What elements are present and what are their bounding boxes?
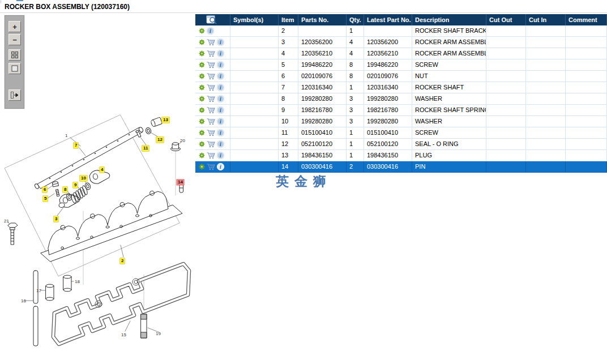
table-row-item-3[interactable]: i 3 120356200 4 120356200 ROCKER ARM ASS… bbox=[195, 37, 607, 48]
column-header-cut-in[interactable]: Cut In bbox=[526, 14, 566, 25]
cut-out-cell bbox=[486, 82, 526, 93]
diagram-callout-3[interactable]: 3 bbox=[54, 216, 58, 222]
gear-icon[interactable] bbox=[199, 141, 205, 147]
panel-arrow-icon bbox=[11, 92, 19, 99]
add-to-cart-icon[interactable] bbox=[207, 73, 215, 80]
column-header-item[interactable]: Item bbox=[279, 14, 298, 25]
add-to-cart-icon[interactable] bbox=[207, 107, 215, 114]
gear-icon[interactable] bbox=[199, 73, 205, 79]
diagram-callout-5[interactable]: 5 bbox=[43, 196, 48, 202]
symbols-cell bbox=[230, 161, 279, 173]
gear-icon[interactable] bbox=[199, 164, 205, 170]
info-icon[interactable]: i bbox=[217, 140, 224, 148]
exploded-view-drawing bbox=[0, 110, 195, 364]
gear-icon[interactable] bbox=[199, 96, 205, 102]
table-row-item-7[interactable]: i 7 120316340 1 120316340 ROCKER SHAFT bbox=[195, 82, 607, 93]
diagram-callout-1[interactable]: 1 bbox=[65, 133, 67, 139]
cut-in-cell bbox=[526, 127, 566, 139]
diagram-callout-10[interactable]: 10 bbox=[80, 175, 87, 181]
add-to-cart-icon[interactable] bbox=[207, 84, 215, 91]
item-cell: 3 bbox=[279, 37, 298, 48]
add-to-cart-icon[interactable] bbox=[207, 62, 215, 68]
info-icon[interactable]: i bbox=[217, 163, 224, 170]
diagram-callout-4[interactable]: 4 bbox=[100, 167, 104, 173]
diagram-callout-14[interactable]: 14 bbox=[177, 179, 184, 185]
diagram-callout-11[interactable]: 11 bbox=[142, 145, 149, 151]
table-row-item-12[interactable]: i 12 052100120 1 052100120 SEAL - O RING bbox=[195, 139, 607, 150]
column-header-parts-no[interactable]: Parts No. bbox=[298, 14, 347, 25]
info-icon[interactable]: i bbox=[217, 72, 224, 80]
table-row-item-5[interactable]: i 5 199486220 8 199486220 SCREW bbox=[195, 59, 607, 71]
add-to-cart-icon[interactable] bbox=[207, 50, 215, 57]
column-header-latest-part-no[interactable]: Latest Part No. bbox=[364, 14, 412, 25]
diagram-callout-16[interactable]: 16 bbox=[21, 298, 26, 304]
diagram-callout-2[interactable]: 2 bbox=[120, 258, 125, 264]
table-row-item-10[interactable]: i 10 199280280 3 199280280 WASHER bbox=[195, 116, 607, 127]
gear-icon[interactable] bbox=[199, 84, 205, 91]
gear-icon[interactable] bbox=[199, 107, 205, 113]
gear-icon[interactable] bbox=[199, 118, 205, 125]
add-to-cart-icon[interactable] bbox=[207, 164, 215, 170]
zoom-in-button[interactable]: + bbox=[8, 21, 21, 32]
diagram-callout-7[interactable]: 7 bbox=[74, 143, 78, 148]
diagram-callout-20[interactable]: 20 bbox=[180, 138, 185, 144]
gear-icon[interactable] bbox=[199, 39, 205, 45]
diagram-callout-12[interactable]: 12 bbox=[156, 137, 164, 143]
qty-cell: 3 bbox=[347, 116, 364, 127]
diagram-callout-18[interactable]: 18 bbox=[75, 279, 80, 285]
diagram-callout-13[interactable]: 13 bbox=[162, 117, 169, 123]
table-row-item-4[interactable]: i 4 120356210 4 120356210 ROCKER ARM ASS… bbox=[195, 48, 607, 59]
info-icon[interactable]: i bbox=[217, 129, 224, 136]
column-header-comment[interactable]: Comment bbox=[566, 14, 607, 25]
column-header-tools[interactable] bbox=[195, 14, 230, 25]
add-to-cart-icon[interactable] bbox=[207, 118, 215, 125]
column-header-description[interactable]: Description bbox=[412, 14, 486, 25]
column-header-cut-out[interactable]: Cut Out bbox=[486, 14, 526, 25]
add-to-cart-icon[interactable] bbox=[207, 96, 215, 102]
column-header-qty[interactable]: Qty. bbox=[347, 14, 364, 25]
add-to-cart-icon[interactable] bbox=[207, 152, 215, 159]
diagram-callout-19[interactable]: 19 bbox=[156, 331, 161, 337]
table-row-item-6[interactable]: i 6 020109076 8 020109076 NUT bbox=[195, 71, 607, 82]
diagram-callout-17[interactable]: 17 bbox=[36, 288, 41, 294]
add-to-cart-icon[interactable] bbox=[207, 130, 215, 136]
diagram-callout-9[interactable]: 9 bbox=[73, 182, 78, 188]
info-icon[interactable]: i bbox=[217, 106, 224, 114]
column-header-symbols[interactable]: Symbol(s) bbox=[230, 14, 279, 25]
diagram-callout-15[interactable]: 15 bbox=[121, 332, 126, 338]
toggle-panel-button[interactable] bbox=[8, 89, 21, 101]
info-icon[interactable]: i bbox=[217, 118, 224, 125]
diagram-canvas[interactable]: 171312112041098653142121817161519 bbox=[0, 110, 195, 364]
cut-in-cell bbox=[526, 48, 566, 59]
add-to-cart-icon[interactable] bbox=[207, 39, 215, 46]
table-row-item-14[interactable]: i 14 030300416 2 030300416 PIN bbox=[195, 161, 607, 173]
add-to-cart-icon[interactable] bbox=[207, 141, 215, 148]
table-row-item-2[interactable]: i 2 1 ROCKER SHAFT BRACKET bbox=[195, 25, 607, 37]
zoom-fit-button[interactable] bbox=[8, 63, 21, 74]
gear-icon[interactable] bbox=[199, 28, 205, 34]
zoom-window-button[interactable] bbox=[8, 49, 21, 61]
diagram-callout-6[interactable]: 6 bbox=[42, 187, 47, 192]
info-icon[interactable]: i bbox=[217, 61, 224, 68]
table-row-item-8[interactable]: i 8 199280280 3 199280280 WASHER bbox=[195, 93, 607, 105]
description-cell: PLUG bbox=[412, 150, 486, 161]
diagram-callout-21[interactable]: 21 bbox=[4, 219, 9, 224]
zoom-out-button[interactable]: − bbox=[8, 34, 21, 45]
gear-icon[interactable] bbox=[199, 152, 205, 159]
info-icon[interactable]: i bbox=[217, 38, 224, 46]
table-row-item-11[interactable]: i 11 015100410 1 015100410 SCREW bbox=[195, 127, 607, 139]
info-icon[interactable]: i bbox=[207, 27, 214, 35]
gear-icon[interactable] bbox=[199, 62, 205, 68]
viewer-toolbar: + − bbox=[5, 15, 24, 109]
symbols-cell bbox=[230, 93, 279, 105]
info-icon[interactable]: i bbox=[217, 50, 224, 57]
table-row-item-13[interactable]: i 13 198436150 1 198436150 PLUG bbox=[195, 150, 607, 161]
table-row-item-9[interactable]: i 9 198216780 3 198216780 ROCKER SHAFT S… bbox=[195, 105, 607, 116]
parts-no-cell: 120316340 bbox=[298, 82, 347, 93]
info-icon[interactable]: i bbox=[217, 84, 224, 91]
gear-icon[interactable] bbox=[199, 50, 205, 57]
diagram-callout-8[interactable]: 8 bbox=[63, 187, 67, 192]
gear-icon[interactable] bbox=[199, 130, 205, 136]
info-icon[interactable]: i bbox=[217, 95, 224, 102]
info-icon[interactable]: i bbox=[217, 152, 224, 159]
